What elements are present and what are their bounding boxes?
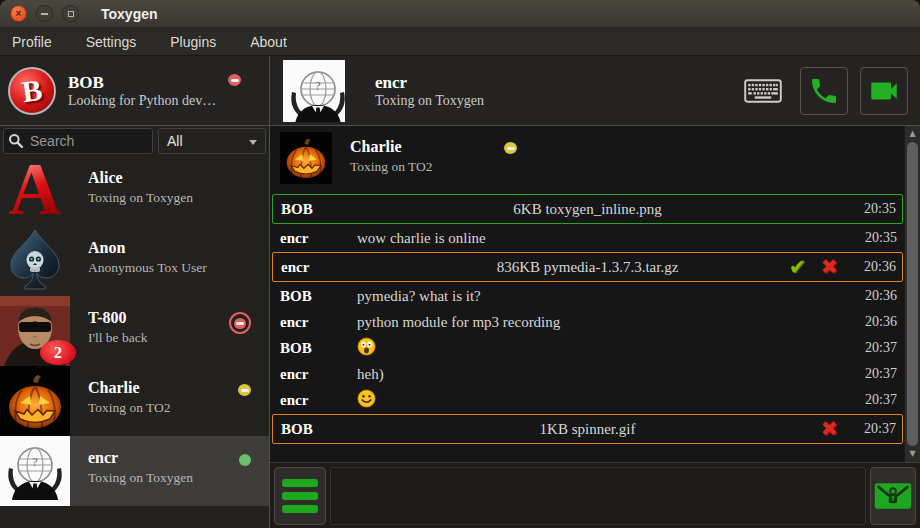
spade-skull-avatar [0, 226, 70, 296]
cancel-file-button[interactable]: ✖ [820, 257, 838, 278]
menubar: Profile Settings Plugins About [0, 28, 920, 56]
file-transfer-label: 1KB spinner.gif [273, 421, 902, 438]
search-input[interactable] [3, 128, 153, 154]
contact-name: Anon [88, 239, 207, 257]
chat-scrollbar[interactable]: ▲ ▼ [904, 126, 920, 462]
anonymous-avatar: ? [0, 436, 70, 506]
encrypted-send-icon [873, 479, 913, 513]
message-list: BOB6KB toxygen_inline.png20:35encrwow ch… [272, 194, 903, 444]
message-time: 20:36 [853, 288, 897, 304]
send-encrypted-button[interactable] [870, 467, 916, 525]
message-row: BOBpymedia? what is it?20:36 [272, 283, 903, 309]
self-status-message: Looking for Python dev… [68, 93, 216, 109]
busy-status-icon[interactable] [228, 74, 241, 86]
contact-name: Alice [88, 169, 193, 187]
scroll-down-icon[interactable]: ▼ [905, 447, 920, 461]
message-sender: BOB [280, 288, 357, 305]
message-text: python module for mp3 recording [357, 314, 853, 331]
peer-banner-name: Charlie [350, 138, 433, 156]
busy-unread-status-icon [229, 312, 251, 334]
contact-filter-value: All [167, 133, 183, 149]
contact-status-message: I'll be back [88, 330, 147, 346]
message-sender: encr [280, 392, 357, 409]
contact-status-message: Toxing on Toxygen [88, 190, 193, 206]
message-time: 20:37 [853, 340, 897, 356]
svg-text:?: ? [32, 454, 38, 469]
message-time: 20:35 [852, 201, 896, 217]
header: B BOB Looking for Python dev… ? encr Tox… [0, 56, 920, 126]
contact-avatar [0, 366, 70, 436]
contact-row-t-800[interactable]: T-800I'll be back2 [0, 296, 269, 366]
file-transfer-row: BOB1KB spinner.gif✖20:37 [272, 414, 903, 444]
minimize-button[interactable] [36, 5, 53, 22]
scrollbar-thumb[interactable] [907, 142, 918, 446]
self-profile[interactable]: B BOB Looking for Python dev… [0, 56, 270, 125]
window-controls: × [10, 5, 79, 22]
away-status-icon [504, 142, 517, 154]
contact-row-anon[interactable]: AnonAnonymous Tox User [0, 226, 269, 296]
close-button[interactable]: × [10, 5, 27, 22]
menu-icon [282, 479, 318, 487]
contact-status-message: Anonymous Tox User [88, 260, 207, 276]
self-avatar: B [8, 67, 56, 115]
contact-name: encr [88, 449, 193, 467]
message-input[interactable] [330, 467, 866, 525]
anonymous-avatar: ? [283, 60, 345, 122]
contact-filter-dropdown[interactable]: All [158, 128, 266, 154]
message-emoji [357, 337, 853, 360]
message-row: encrheh)20:37 [272, 361, 903, 387]
message-time: 20:37 [852, 421, 896, 437]
titlebar[interactable]: × Toxygen [0, 0, 920, 28]
message-text: heh) [357, 366, 853, 383]
contact-avatar [0, 226, 70, 296]
message-row: BOB 20:37 [272, 335, 903, 361]
message-sender: encr [281, 259, 358, 276]
menu-item-plugins[interactable]: Plugins [170, 34, 216, 50]
contact-avatar: ? [0, 436, 70, 506]
attachments-menu-button[interactable] [274, 467, 326, 525]
menu-item-about[interactable]: About [250, 34, 287, 50]
accept-file-button[interactable]: ✔ [789, 257, 807, 278]
message-emoji [357, 389, 853, 412]
toxygen-window: × Toxygen Profile Settings Plugins About… [0, 0, 920, 528]
composer [270, 462, 920, 528]
contact-row-encr[interactable]: ? encrToxing on Toxygen [0, 436, 269, 506]
contact-status-message: Toxing on Toxygen [88, 470, 193, 486]
active-chat-avatar: ? [283, 60, 345, 122]
letter-a-avatar: A [0, 156, 70, 226]
pumpkin-avatar [0, 366, 70, 436]
active-chat-name: encr [375, 73, 484, 93]
contact-row-alice[interactable]: AAliceToxing on Toxygen [0, 156, 269, 226]
message-time: 20:37 [853, 392, 897, 408]
message-time: 20:36 [852, 259, 896, 275]
contact-status-message: Toxing on TO2 [88, 400, 171, 416]
contacts-sidebar: All AAliceToxing on Toxygen AnonAnonymou… [0, 126, 270, 528]
menu-item-settings[interactable]: Settings [86, 34, 137, 50]
keyboard-icon[interactable] [744, 79, 782, 103]
maximize-button[interactable] [62, 5, 79, 22]
shocked-emoji [357, 337, 376, 356]
message-time: 20:35 [853, 230, 897, 246]
peer-banner[interactable]: Charlie Toxing on TO2 [272, 130, 903, 188]
contact-row-charlie[interactable]: CharlieToxing on TO2 [0, 366, 269, 436]
peer-banner-status-message: Toxing on TO2 [350, 159, 433, 175]
peer-banner-avatar [280, 132, 332, 184]
scroll-up-icon[interactable]: ▲ [905, 127, 920, 141]
videocall-icon [867, 74, 901, 108]
message-sender: encr [280, 230, 357, 247]
message-sender: encr [280, 314, 357, 331]
chevron-down-icon [249, 140, 257, 145]
menu-item-profile[interactable]: Profile [12, 34, 52, 50]
audio-call-button[interactable] [800, 67, 848, 115]
message-time: 20:36 [853, 314, 897, 330]
active-chat-header: ? encr Toxing on Toxygen [270, 56, 920, 125]
unread-badge: 2 [40, 340, 76, 365]
message-sender: BOB [281, 201, 358, 218]
video-call-button[interactable] [860, 67, 908, 115]
message-time: 20:37 [853, 366, 897, 382]
file-transfer-row: encr836KB pymedia-1.3.7.3.tar.gz✔✖20:36 [272, 252, 903, 282]
self-name: BOB [68, 73, 216, 93]
cancel-file-button[interactable]: ✖ [820, 419, 838, 440]
pumpkin-avatar [280, 132, 332, 184]
message-area: Charlie Toxing on TO2 BOB6KB toxygen_inl… [270, 126, 920, 462]
